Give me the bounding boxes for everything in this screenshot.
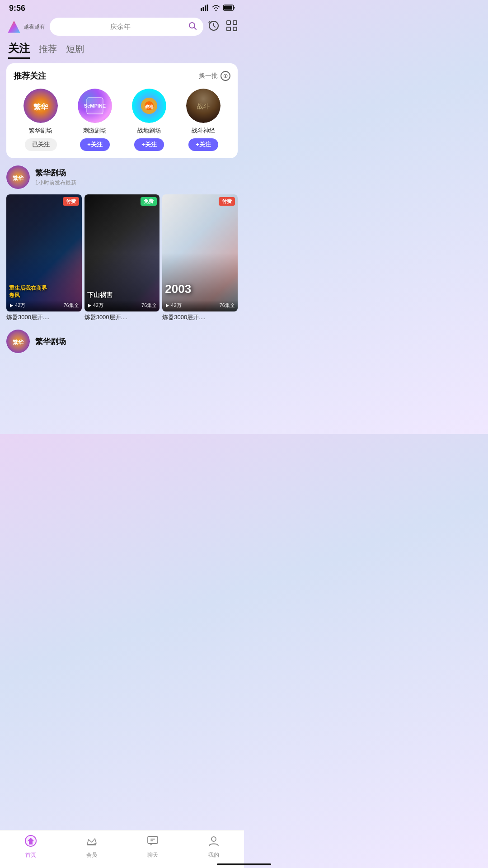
svg-rect-12 bbox=[227, 27, 230, 31]
search-placeholder: 庆余年 bbox=[56, 23, 184, 31]
refresh-label: 换一批 bbox=[199, 72, 218, 80]
svg-rect-1 bbox=[203, 7, 204, 11]
video-col-0: 付费 重生后我在商界卷风 42万 76集全 炼器3000层开.... bbox=[6, 194, 82, 321]
svg-text:战地: 战地 bbox=[145, 104, 154, 109]
svg-rect-13 bbox=[233, 27, 237, 31]
video-overlay-text-2: 2003 bbox=[165, 282, 191, 296]
logo-area[interactable]: 越看越有 bbox=[6, 19, 45, 34]
svg-marker-29 bbox=[166, 304, 169, 307]
video-badge-2: 付费 bbox=[219, 197, 235, 206]
video-views-2: 42万 bbox=[165, 302, 181, 309]
channel-item-1: SeMPINE 刺激剧场 +关注 bbox=[72, 89, 117, 151]
app-logo-icon bbox=[6, 19, 22, 34]
video-episodes-0: 76集全 bbox=[63, 302, 79, 309]
author-avatar-1: 繁华 bbox=[6, 330, 30, 353]
channel-follow-btn-1[interactable]: +关注 bbox=[80, 138, 110, 151]
wifi-icon bbox=[211, 4, 221, 13]
video-views-0: 42万 bbox=[9, 302, 25, 309]
signal-icon bbox=[201, 4, 209, 13]
tab-follow[interactable]: 关注 bbox=[8, 41, 30, 59]
refresh-button[interactable]: 换一批 ① bbox=[199, 71, 230, 81]
video-overlay-text-0: 重生后我在商界卷风 bbox=[9, 285, 47, 299]
channel-follow-btn-2[interactable]: +关注 bbox=[134, 138, 164, 151]
video-col-1: 免费 下山祸害 42万 76集全 炼器3000层开.... bbox=[84, 194, 160, 321]
author-name-1: 繁华剧场 bbox=[35, 336, 66, 347]
battery-icon bbox=[223, 4, 235, 13]
svg-marker-28 bbox=[88, 304, 91, 307]
feed-author-0[interactable]: 繁华 繁华剧场 1小时前发布最新 bbox=[6, 165, 238, 189]
svg-rect-3 bbox=[207, 5, 208, 11]
tab-recommend[interactable]: 推荐 bbox=[39, 43, 57, 57]
channel-avatar-1: SeMPINE bbox=[78, 89, 112, 123]
logo-text: 越看越有 bbox=[23, 24, 45, 30]
channel-item-0: 繁华 繁华剧场 已关注 bbox=[18, 89, 63, 151]
video-grid: 付费 重生后我在商界卷风 42万 76集全 炼器3000层开.... 免费 下山… bbox=[6, 194, 238, 321]
svg-marker-27 bbox=[10, 304, 13, 307]
svg-text:繁华: 繁华 bbox=[13, 175, 24, 181]
svg-rect-11 bbox=[233, 21, 237, 24]
video-badge-1: 免费 bbox=[141, 197, 157, 206]
search-icon[interactable] bbox=[188, 21, 197, 32]
author-avatar-0: 繁华 bbox=[6, 165, 30, 189]
video-title-2: 炼器3000层开.... bbox=[162, 313, 238, 321]
svg-text:SeMPINE: SeMPINE bbox=[84, 103, 106, 108]
channel-avatar-2: 战地 bbox=[132, 89, 166, 123]
history-icon[interactable] bbox=[208, 20, 220, 33]
feed-section-1: 繁华 繁华剧场 bbox=[0, 324, 244, 353]
video-col-2: 付费 2003 42万 76集全 炼器3000层开.... bbox=[162, 194, 238, 321]
video-thumb-0[interactable]: 付费 重生后我在商界卷风 42万 76集全 bbox=[6, 194, 82, 311]
video-thumb-2[interactable]: 付费 2003 42万 76集全 bbox=[162, 194, 238, 311]
feed-section-0: 繁华 繁华剧场 1小时前发布最新 付费 重生后我在商界卷风 42万 76集全 bbox=[0, 165, 244, 321]
header: 越看越有 庆余年 bbox=[0, 15, 244, 39]
channel-follow-btn-0[interactable]: 已关注 bbox=[25, 138, 57, 151]
tab-bar: 关注 推荐 短剧 bbox=[0, 39, 244, 63]
svg-rect-10 bbox=[227, 21, 230, 24]
status-time: 9:56 bbox=[9, 4, 25, 13]
video-badge-0: 付费 bbox=[63, 197, 79, 206]
channel-name-3: 战斗神经 bbox=[192, 127, 215, 135]
svg-line-8 bbox=[194, 28, 197, 30]
video-views-1: 42万 bbox=[87, 302, 103, 309]
video-title-1: 炼器3000层开.... bbox=[84, 313, 160, 321]
channel-item-3: 战斗 战斗神经 +关注 bbox=[181, 89, 226, 151]
channel-name-0: 繁华剧场 bbox=[29, 127, 52, 135]
channel-name-2: 战地剧场 bbox=[137, 127, 161, 135]
channel-avatar-0: 繁华 bbox=[23, 89, 58, 123]
recommend-title: 推荐关注 bbox=[14, 71, 46, 81]
recommend-card: 推荐关注 换一批 ① 繁华 bbox=[6, 63, 238, 158]
svg-rect-2 bbox=[205, 5, 206, 11]
video-thumb-1[interactable]: 免费 下山祸害 42万 76集全 bbox=[84, 194, 160, 311]
video-overlay-text-1: 下山祸害 bbox=[87, 291, 113, 299]
channel-item-2: 战地 战地剧场 +关注 bbox=[127, 89, 172, 151]
svg-text:繁华: 繁华 bbox=[33, 103, 48, 111]
feed-author-1[interactable]: 繁华 繁华剧场 bbox=[6, 330, 238, 353]
header-actions bbox=[208, 20, 238, 33]
svg-text:繁华: 繁华 bbox=[13, 339, 24, 345]
channel-follow-btn-3[interactable]: +关注 bbox=[188, 138, 218, 151]
channel-avatar-3: 战斗 bbox=[186, 89, 221, 123]
refresh-count-icon: ① bbox=[221, 71, 230, 81]
search-bar[interactable]: 庆余年 bbox=[50, 18, 203, 36]
author-name-0: 繁华剧场 bbox=[35, 168, 76, 178]
svg-marker-6 bbox=[8, 20, 20, 33]
scan-icon[interactable] bbox=[226, 20, 238, 33]
video-title-0: 炼器3000层开.... bbox=[6, 313, 82, 321]
svg-rect-5 bbox=[224, 5, 232, 9]
channels-row: 繁华 繁华剧场 已关注 SeMP bbox=[14, 89, 230, 151]
channel-name-1: 刺激剧场 bbox=[83, 127, 107, 135]
svg-rect-0 bbox=[201, 8, 202, 11]
tab-short-drama[interactable]: 短剧 bbox=[66, 43, 84, 57]
svg-text:战斗: 战斗 bbox=[197, 103, 210, 110]
status-bar: 9:56 bbox=[0, 0, 244, 15]
video-episodes-2: 76集全 bbox=[220, 302, 235, 309]
video-episodes-1: 76集全 bbox=[141, 302, 157, 309]
status-icons bbox=[201, 4, 235, 13]
author-time-0: 1小时前发布最新 bbox=[35, 179, 76, 187]
